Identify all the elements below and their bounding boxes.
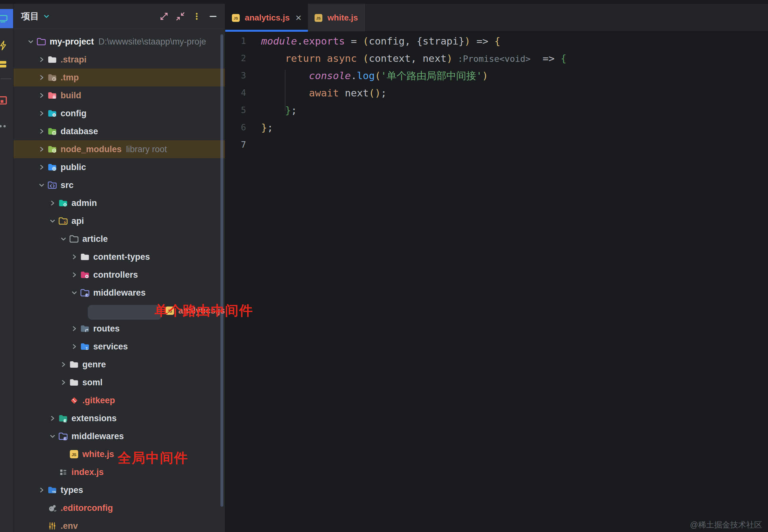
chevron-down-icon[interactable] [36, 180, 47, 191]
chevron-right-icon[interactable] [69, 251, 80, 262]
tree-row-routes[interactable]: routes [13, 320, 225, 338]
code-token: => [531, 53, 560, 64]
code-line-7[interactable] [261, 136, 768, 153]
chevron-right-icon[interactable] [36, 108, 47, 119]
folder-light-icon [69, 377, 79, 388]
tree-row-content-types[interactable]: content-types [13, 248, 225, 266]
tree-row-public[interactable]: public [13, 158, 225, 176]
chevron-right-icon[interactable] [36, 126, 47, 137]
tree-row-genre[interactable]: genre [13, 356, 225, 373]
tree-row-.tmp[interactable]: .tmp [13, 69, 225, 86]
line-number-3[interactable]: 3 [225, 67, 246, 84]
line-number-6[interactable]: 6 [225, 119, 246, 136]
line-number-2[interactable]: 2 [225, 50, 246, 67]
watermark: @稀土掘金技术社区 [690, 520, 762, 530]
chevron-right-icon[interactable] [69, 269, 80, 280]
activity-structure-button[interactable] [0, 54, 13, 74]
tree-row-middlewares[interactable]: middlewares [13, 284, 225, 302]
chevron-down-icon[interactable] [25, 36, 36, 47]
code-token: () [369, 87, 380, 99]
folder-database-icon [47, 126, 57, 136]
file-git-icon [69, 395, 79, 405]
chevron-down-icon[interactable] [47, 431, 58, 442]
chevron-right-icon[interactable] [69, 341, 80, 352]
tree-row-.editorconfig[interactable]: .editorconfig [13, 499, 225, 517]
tree-item-label: types [61, 485, 83, 495]
tree-scrollbar[interactable] [220, 34, 223, 507]
tree-row-my-project[interactable]: my-projectD:\wwwsite\staapp\my-proje [13, 33, 225, 51]
activity-commit-button[interactable] [0, 36, 13, 55]
code-line-2[interactable]: return async (context, next) :Promise<vo… [261, 50, 768, 67]
tree-row-services[interactable]: Σservices [13, 338, 225, 356]
chevron-right-icon[interactable] [36, 90, 47, 101]
collapse-all-button[interactable] [176, 12, 185, 21]
expand-all-button[interactable] [159, 12, 169, 21]
editor-body[interactable]: 1module.exports = (config, {strapi}) => … [225, 31, 768, 532]
tree-item-label: my-project [50, 37, 94, 47]
code-line-4[interactable]: await next(); [261, 84, 768, 102]
line-number-4[interactable]: 4 [225, 84, 246, 102]
tree-row-middlewares[interactable]: middlewares [13, 427, 225, 445]
tab-white.js[interactable]: JSwhite.js [308, 4, 364, 31]
chevron-right-icon[interactable] [36, 485, 47, 495]
tree-row-extensions[interactable]: extensions [13, 409, 225, 427]
file-editorconfig-icon [47, 503, 57, 513]
code-token: ) [482, 70, 488, 81]
tree-row-node_modules[interactable]: JSnode_moduleslibrary root [13, 140, 225, 158]
project-view-selector[interactable]: 项目 [21, 10, 51, 22]
hide-panel-button[interactable] [208, 12, 218, 21]
tree-row-build[interactable]: build [13, 86, 225, 104]
tree-item-label: .env [61, 521, 78, 531]
code-line-1[interactable]: module.exports = (config, {strapi}) => { [261, 32, 768, 50]
code-token: } [261, 122, 267, 133]
line-number-1[interactable]: 1 [225, 32, 246, 50]
chevron-right-icon[interactable] [47, 413, 58, 424]
tree-row-controllers[interactable]: controllers [13, 266, 225, 284]
line-number-7[interactable]: 7 [225, 136, 246, 153]
tree-row-admin[interactable]: admin [13, 194, 225, 212]
tree-row-.strapi[interactable]: .strapi [13, 51, 225, 69]
tree-item-label: content-types [93, 252, 150, 262]
line-number-5[interactable]: 5 [225, 102, 246, 119]
code-token: await [309, 87, 339, 99]
tree-item-label: article [82, 234, 108, 244]
folder-build-icon [47, 90, 57, 101]
chevron-right-icon[interactable] [36, 72, 47, 83]
tree-row-config[interactable]: config [13, 104, 225, 122]
activity-more-button[interactable] [0, 117, 13, 136]
chevron-right-icon[interactable] [36, 54, 47, 65]
code-line-6[interactable]: }; [261, 119, 768, 136]
code-line-5[interactable]: }; [261, 102, 768, 119]
chevron-down-icon[interactable] [58, 233, 69, 244]
chevron-right-icon[interactable] [36, 144, 47, 155]
folder-middlewares-icon [80, 288, 90, 298]
chevron-right-icon[interactable] [47, 198, 58, 209]
chevron-right-icon[interactable] [69, 323, 80, 334]
js-file-icon: JS [314, 13, 323, 22]
chevron-down-icon[interactable] [69, 287, 80, 298]
activity-run-button[interactable] [0, 91, 13, 110]
editor-tab-bar: JSanalytics.js×JSwhite.js [225, 4, 768, 31]
panel-options-button[interactable] [192, 12, 201, 21]
tree-row-.env[interactable]: .env [13, 517, 225, 532]
code-token [357, 53, 363, 64]
tree-row-src[interactable]: src [13, 176, 225, 194]
tree-row-types[interactable]: TStypes [13, 481, 225, 499]
chevron-down-icon[interactable] [47, 216, 58, 226]
chevron-right-icon[interactable] [36, 162, 47, 173]
tree-row-article[interactable]: article [13, 230, 225, 248]
tree-row-database[interactable]: database [13, 122, 225, 140]
chevron-right-icon[interactable] [58, 359, 69, 370]
tab-close-icon[interactable]: × [295, 13, 301, 22]
svg-text:JS: JS [72, 453, 77, 457]
tree-row-soml[interactable]: soml [13, 373, 225, 391]
code-token: . [297, 35, 303, 47]
code-token: config, {strapi} [369, 35, 465, 47]
tree-row-.gitkeep[interactable]: .gitkeep [13, 391, 225, 409]
chevron-right-icon[interactable] [58, 377, 69, 388]
tree-row-api[interactable]: api [13, 212, 225, 230]
code-line-3[interactable]: console.log('单个路由局部中间接') [261, 67, 768, 84]
tab-analytics.js[interactable]: JSanalytics.js× [225, 4, 308, 31]
code-token: ) [465, 35, 471, 47]
activity-project-button[interactable] [0, 9, 13, 28]
